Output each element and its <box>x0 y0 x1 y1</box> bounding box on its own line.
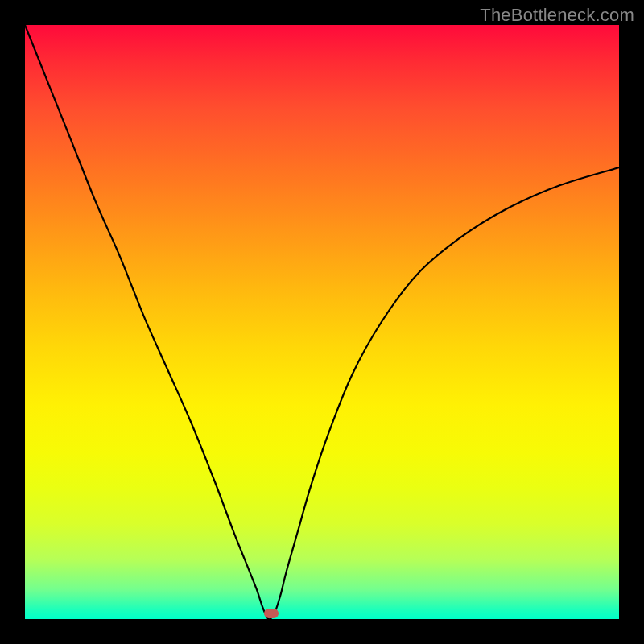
bottleneck-curve <box>25 25 619 619</box>
watermark-text: TheBottleneck.com <box>480 5 634 26</box>
curve-svg <box>25 25 619 619</box>
chart-frame: TheBottleneck.com <box>0 0 644 644</box>
plot-area <box>25 25 619 619</box>
bottleneck-marker <box>264 609 279 618</box>
